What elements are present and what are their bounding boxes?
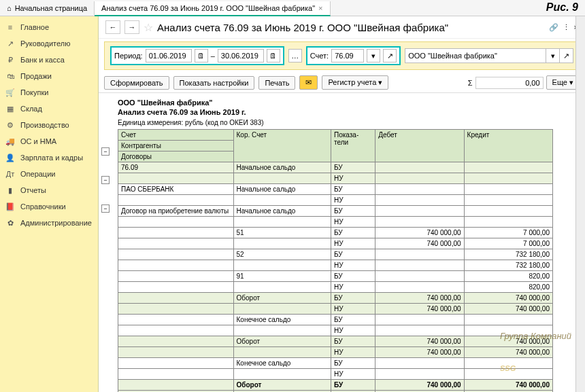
more-button[interactable]: Еще ▾ xyxy=(546,75,580,90)
mail-button[interactable]: ✉ xyxy=(299,75,318,90)
table-row[interactable]: Договор на приобретение валютыНачальное … xyxy=(118,206,553,217)
period-group: Период: 🗓 – 🗓 xyxy=(110,46,284,65)
sidebar-item[interactable]: 👤Зарплата и кадры xyxy=(0,149,98,166)
sidebar-label: ОС и НМА xyxy=(20,137,56,145)
register-button[interactable]: Регистр учета ▾ xyxy=(322,75,388,90)
forward-button[interactable]: → xyxy=(124,20,139,34)
period-label: Период: xyxy=(114,52,143,60)
table-row[interactable]: НУ820,00 xyxy=(118,282,553,293)
page-title: Анализ счета 76.09 за Июнь 2019 г. ООО "… xyxy=(157,22,448,33)
tab-home[interactable]: ⌂Начальная страница xyxy=(0,1,95,15)
sidebar-item[interactable]: ≡Главное xyxy=(0,19,98,35)
sidebar-item[interactable]: 📕Справочники xyxy=(0,198,98,215)
table-row[interactable]: 76.09Начальное сальдоБУ xyxy=(118,162,553,173)
table-row[interactable]: Конечное сальдоБУ xyxy=(118,358,553,369)
sidebar-label: Администрирование xyxy=(20,219,92,227)
scrollbar-vertical[interactable] xyxy=(575,16,585,392)
sidebar-item[interactable]: ✿Администрирование xyxy=(0,215,98,231)
sidebar-label: Справочники xyxy=(20,202,66,211)
sidebar: ≡Главное↗Руководителю₽Банк и касса🛍Прода… xyxy=(0,16,99,392)
sidebar-icon: 📕 xyxy=(5,202,15,211)
sidebar-icon: Дт xyxy=(5,169,15,179)
date-from-input[interactable] xyxy=(146,49,192,63)
table-row[interactable]: ОборотБУ740 000,00740 000,00 xyxy=(118,380,553,391)
table-row[interactable]: 52БУ732 180,00 xyxy=(118,249,553,260)
home-icon: ⌂ xyxy=(7,4,12,12)
sidebar-icon: ▦ xyxy=(5,104,15,113)
sidebar-label: Руководителю xyxy=(20,39,70,48)
menu-icon[interactable]: ⋮ xyxy=(563,23,570,32)
sidebar-label: Отчеты xyxy=(20,186,46,194)
sidebar-label: Покупки xyxy=(20,88,48,96)
form-button[interactable]: Сформировать xyxy=(104,76,169,90)
table-row[interactable]: НУ732 180,00 xyxy=(118,260,553,271)
sidebar-item[interactable]: ↗Руководителю xyxy=(0,35,98,52)
table-row[interactable]: НУ xyxy=(118,325,553,336)
toolbar: Сформировать Показать настройки Печать ✉… xyxy=(99,73,585,92)
link-icon[interactable]: 🔗 xyxy=(549,23,558,32)
account-input[interactable] xyxy=(331,49,364,63)
account-dropdown-icon[interactable]: ▾ xyxy=(367,49,380,63)
table-row[interactable]: ПАО СБЕРБАНКНачальное сальдоБУ xyxy=(118,184,553,195)
sidebar-icon: ▮ xyxy=(5,185,15,195)
print-button[interactable]: Печать xyxy=(258,76,295,90)
calendar-from-icon[interactable]: 🗓 xyxy=(195,49,208,63)
table-row[interactable]: НУ740 000,007 000,00 xyxy=(118,238,553,249)
top-tabs: ⌂Начальная страница Анализ счета 76.09 з… xyxy=(0,0,585,16)
tab-report[interactable]: Анализ счета 76.09 за Июнь 2019 г. ООО "… xyxy=(95,1,330,16)
sidebar-icon: 🛍 xyxy=(5,71,15,81)
sidebar-icon: 🛒 xyxy=(5,88,15,97)
collapse-button[interactable]: − xyxy=(101,147,110,156)
tree-collapse: − − − xyxy=(101,147,110,213)
table-row[interactable]: НУ xyxy=(118,369,553,380)
account-group: Счет: ▾ ↗ xyxy=(306,46,401,65)
report-title: Анализ счета 76.09 за Июнь 2019 г. xyxy=(118,108,580,116)
collapse-button[interactable]: − xyxy=(101,176,110,184)
table-row[interactable]: Конечное сальдоБУ xyxy=(118,315,553,325)
table-row[interactable]: ОборотБУ740 000,00740 000,00 xyxy=(118,336,553,347)
report-body: − − − ООО "Швейная фабрика" Анализ счета… xyxy=(99,92,585,392)
org-input[interactable] xyxy=(405,49,546,63)
sidebar-label: Операции xyxy=(20,170,55,178)
filter-bar: Период: 🗓 – 🗓 … Счет: ▾ ↗ ▾ ↗ xyxy=(104,41,580,70)
sidebar-icon: ✿ xyxy=(5,218,15,228)
org-dropdown-icon[interactable]: ▾ xyxy=(546,49,559,63)
table-row[interactable]: НУ xyxy=(118,195,553,206)
table-row[interactable]: 91БУ820,00 xyxy=(118,271,553,282)
sidebar-item[interactable]: ⚙Производство xyxy=(0,117,98,133)
sidebar-item[interactable]: 🚚ОС и НМА xyxy=(0,133,98,149)
sidebar-icon: ₽ xyxy=(5,55,15,65)
table-row[interactable]: НУ740 000,00740 000,00 xyxy=(118,347,553,358)
sidebar-item[interactable]: ▦Склад xyxy=(0,101,98,117)
back-button[interactable]: ← xyxy=(105,20,120,34)
sidebar-item[interactable]: 🛒Покупки xyxy=(0,84,98,101)
account-open-icon[interactable]: ↗ xyxy=(383,49,397,63)
sidebar-item[interactable]: ▮Отчеты xyxy=(0,182,98,198)
sum-input[interactable] xyxy=(475,77,544,89)
table-row[interactable]: ОборотБУ740 000,00740 000,00 xyxy=(118,293,553,304)
sidebar-item[interactable]: 🛍Продажи xyxy=(0,68,98,84)
sidebar-item[interactable]: ДтОперации xyxy=(0,166,98,182)
table-row[interactable]: НУ xyxy=(118,217,553,228)
sidebar-label: Производство xyxy=(20,121,69,129)
table-row[interactable]: 51БУ740 000,007 000,00 xyxy=(118,228,553,238)
tab-home-label: Начальная страница xyxy=(15,4,87,12)
settings-button[interactable]: Показать настройки xyxy=(173,76,255,90)
org-open-icon[interactable]: ↗ xyxy=(559,49,573,63)
calendar-to-icon[interactable]: 🗓 xyxy=(267,49,280,63)
sidebar-icon: 🚚 xyxy=(5,137,15,146)
table-row[interactable]: НУ740 000,00740 000,00 xyxy=(118,304,553,315)
period-picker-button[interactable]: … xyxy=(288,49,302,63)
sidebar-item[interactable]: ₽Банк и касса xyxy=(0,52,98,68)
sidebar-icon: ↗ xyxy=(5,39,15,48)
sidebar-icon: ≡ xyxy=(5,22,15,32)
date-to-input[interactable] xyxy=(218,49,264,63)
table-row[interactable]: НУ xyxy=(118,173,553,184)
sidebar-label: Зарплата и кадры xyxy=(20,154,83,162)
sidebar-label: Главное xyxy=(20,23,49,31)
collapse-button[interactable]: − xyxy=(101,204,110,213)
tab-report-label: Анализ счета 76.09 за Июнь 2019 г. ООО "… xyxy=(101,4,315,12)
star-icon[interactable]: ☆ xyxy=(144,21,153,34)
sidebar-icon: 👤 xyxy=(5,153,15,162)
close-icon[interactable]: × xyxy=(318,4,322,12)
